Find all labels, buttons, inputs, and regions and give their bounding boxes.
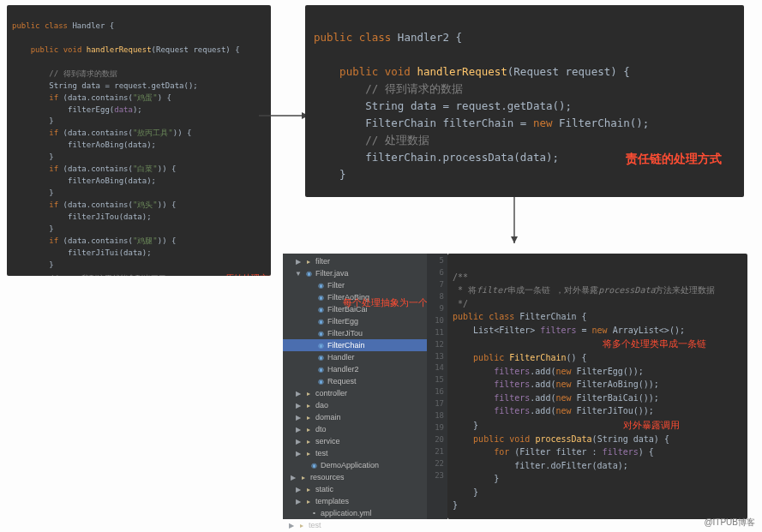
tree-item[interactable]: ▶▸test [283,519,427,531]
tree-item[interactable]: ▶▸domain [283,411,427,423]
annotation-abstract-class: 每个处理抽象为一个类 [343,296,437,309]
chevron-icon: ▶ [288,522,295,529]
chevron-icon: ▶ [295,498,302,505]
folder-icon: ▸ [304,257,313,266]
tree-item-label: Filter.java [315,269,349,278]
folder-icon: ▸ [304,389,313,398]
java-icon: ◉ [316,365,325,374]
folder-icon: ▸ [304,497,313,505]
tree-item-selected[interactable]: ◉FilterChain [283,339,427,351]
line-number: 14 [429,362,444,374]
tree-item[interactable]: ▶▸static [283,483,427,495]
tree-item-label: filter [315,257,330,266]
chevron-icon: ▶ [295,486,302,493]
code-panel-filterchain: /** * 将filter串成一条链 ，对外暴露processData方法来处理… [447,254,747,519]
tree-item[interactable]: ∘application.yml [283,507,427,519]
java-icon: ◉ [316,329,325,338]
folder-icon: ▸ [297,521,306,529]
tree-item-label: FilterJiTou [327,329,363,338]
code-body-handler2: public class Handler2 { public void hand… [305,5,744,197]
tree-item[interactable]: ▶▸dto [283,423,427,435]
annotation-chain-many: 将多个处理类串成一条链 [603,338,706,349]
chevron-icon: ▶ [290,474,297,481]
chevron-icon: ▶ [295,414,302,421]
chevron-icon: ▶ [295,450,302,457]
file-tree[interactable]: ▶▸filter▼◉Filter.java◉Filter◉FilterAoBin… [283,254,427,532]
comment: // 得到请求的数据 [365,82,463,95]
line-number: 18 [429,410,444,422]
chevron-icon: ▶ [295,390,302,398]
tree-item[interactable]: ▶▸test [283,447,427,459]
tree-item[interactable]: ◉Request [283,375,427,387]
line-number: 16 [429,386,444,398]
file-icon: ∘ [309,509,318,517]
java-icon: ◉ [316,353,325,362]
tree-item-label: application.yml [321,509,372,517]
line-number: 22 [429,458,444,470]
folder-icon: ▸ [304,485,313,493]
tree-item-label: Handler [327,353,355,362]
tree-item[interactable]: ▶▸controller [283,387,427,399]
annotation-expose-call: 对外暴露调用 [623,420,680,430]
tree-item[interactable]: ◉DemoApplication [283,459,427,471]
folder-icon: ▸ [304,413,313,421]
annotation-original-way: 原始处理方式 [225,273,271,276]
tree-item[interactable]: ◉Handler [283,351,427,363]
tree-item[interactable]: ▼◉Filter.java [283,267,427,279]
line-gutter: 567891011121314151617181920212223 [427,254,447,519]
line-number: 12 [429,339,444,351]
code-panel-handler: public class Handler { public void handl… [7,5,271,276]
line-number: 23 [429,470,444,482]
line-number: 9 [429,303,444,315]
tree-item[interactable]: ◉Filter [283,279,427,291]
tree-item-label: templates [315,497,349,505]
folder-icon: ▸ [304,401,313,409]
line-number: 17 [429,398,444,410]
code-panel-handler2: public class Handler2 { public void hand… [305,5,744,197]
tree-item-label: Filter [327,281,345,290]
tree-item[interactable]: ◉FilterJiTou [283,327,427,339]
tree-item-label: service [315,437,340,445]
comment: // ....我到这里就能拿到米豆了。 [49,274,174,276]
tree-item[interactable]: ▶▸resources [283,471,427,483]
chevron-icon: ▶ [295,426,302,433]
tree-item-label: DemoApplication [321,461,379,469]
line-number: 8 [429,291,444,303]
java-icon: ◉ [309,461,318,469]
watermark: @ITPUB博客 [704,517,755,529]
java-icon: ◉ [316,377,325,386]
folder-icon: ▸ [304,449,313,457]
tree-item-label: dao [315,401,328,409]
tree-item-label: dto [315,425,327,433]
tree-item[interactable]: ▶▸filter [283,255,427,267]
line-number: 13 [429,351,444,363]
arrow-icon [501,195,527,250]
annotation-chain-way: 责任链的处理方式 [626,149,722,168]
java-icon: ◉ [316,341,325,350]
code-body-filterchain: /** * 将filter串成一条链 ，对外暴露processData方法来处理… [447,254,747,517]
java-icon: ◉ [316,281,325,290]
tree-item[interactable]: ◉Handler2 [283,363,427,375]
tree-item-label: resources [310,473,345,481]
tree-item-label: FilterChain [327,341,365,350]
comment: // 处理数据 [365,134,429,146]
java-icon: ◉ [316,305,325,314]
tree-item[interactable]: ▶▸templates [283,495,427,507]
tree-item-label: domain [315,413,341,421]
folder-icon: ▸ [304,425,313,433]
tree-item[interactable]: ◉FilterEgg [283,315,427,327]
tree-item-label: static [315,485,333,493]
java-icon: ◉ [316,293,325,302]
tree-item-label: Handler2 [327,365,359,374]
line-number: 20 [429,434,444,446]
tree-item-label: FilterEgg [327,317,358,326]
chevron-icon: ▶ [295,402,302,409]
line-number: 15 [429,374,444,386]
line-number: 6 [429,267,444,279]
folder-icon: ▸ [299,473,308,481]
line-number: 19 [429,422,444,434]
chevron-icon: ▶ [295,438,302,445]
tree-item[interactable]: ▶▸dao [283,399,427,411]
line-number: 7 [429,279,444,291]
tree-item[interactable]: ▶▸service [283,435,427,447]
